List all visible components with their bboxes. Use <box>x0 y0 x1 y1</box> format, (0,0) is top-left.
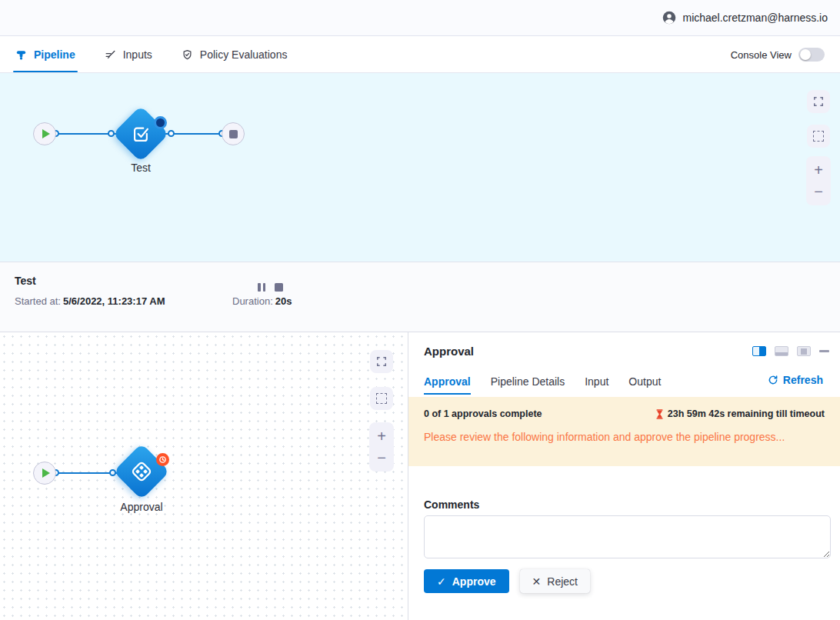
execution-tabbar: Pipeline Inputs Policy Evaluations Conso… <box>0 37 840 73</box>
fit-to-screen-button[interactable] <box>370 387 393 410</box>
panel-layout-controls <box>752 346 829 356</box>
tab-pipeline-label: Pipeline <box>34 48 75 61</box>
panel-tab-output[interactable]: Output <box>628 375 661 395</box>
fullscreen-icon <box>376 356 387 367</box>
comments-label: Comments <box>424 498 479 511</box>
comments-input[interactable] <box>424 515 831 558</box>
step-node-approval[interactable] <box>113 443 170 500</box>
duration: Duration:20s <box>232 295 292 307</box>
timeout-remaining-text: 23h 59m 42s remaining till timeout <box>668 408 825 419</box>
play-icon <box>42 468 50 478</box>
reject-button-label: Reject <box>547 575 578 588</box>
stage-node-test[interactable] <box>112 105 169 162</box>
edge-endpoint <box>168 130 175 137</box>
duration-label: Duration: <box>232 295 273 307</box>
tab-pipeline[interactable]: Pipeline <box>15 37 75 72</box>
edge-endpoint <box>109 469 116 476</box>
execution-controls <box>258 283 283 292</box>
clock-icon <box>158 455 167 464</box>
console-view-control: Console View <box>731 48 825 62</box>
play-icon <box>42 129 50 138</box>
minimize-panel-button[interactable] <box>819 350 829 352</box>
panel-tab-pipeline-details[interactable]: Pipeline Details <box>491 375 565 395</box>
layout-bottom-view-button[interactable] <box>775 346 788 356</box>
layout-float-view-button[interactable] <box>797 346 811 356</box>
approval-actions: ✓ Approve ✕ Reject <box>424 569 590 593</box>
started-at-label: Started at: <box>15 295 61 307</box>
step-graph-canvas[interactable]: Approval + − <box>0 332 408 620</box>
x-icon: ✕ <box>532 576 542 587</box>
user-avatar-icon[interactable] <box>662 11 676 25</box>
tab-policy-evaluations[interactable]: Policy Evaluations <box>182 37 288 72</box>
tab-inputs-label: Inputs <box>123 48 152 61</box>
pipeline-icon <box>15 49 27 61</box>
top-user-bar: michael.cretzman@harness.io <box>0 0 840 36</box>
timeout-remaining: 23h 59m 42s remaining till timeout <box>655 408 825 419</box>
start-node[interactable] <box>33 462 56 485</box>
refresh-label: Refresh <box>783 374 823 386</box>
harness-pipeline-execution-page: michael.cretzman@harness.io Pipeline Inp… <box>0 0 840 620</box>
edge-endpoint <box>108 130 115 137</box>
shield-check-icon <box>182 49 193 61</box>
zoom-in-button[interactable]: + <box>377 428 386 444</box>
start-node[interactable] <box>33 122 56 145</box>
stop-icon <box>229 130 238 138</box>
user-email[interactable]: michael.cretzman@harness.io <box>682 12 828 24</box>
started-at-value: 5/6/2022, 11:23:17 AM <box>63 295 165 307</box>
refresh-icon <box>768 375 778 385</box>
waiting-timer-badge <box>156 453 169 466</box>
started-at: Started at:5/6/2022, 11:23:17 AM <box>15 295 165 307</box>
stage-status-badge <box>154 116 167 129</box>
approval-message: Please review the following information … <box>424 431 785 443</box>
panel-tab-approval[interactable]: Approval <box>424 375 471 395</box>
zoom-controls: + − <box>369 422 394 472</box>
abort-button[interactable] <box>275 283 283 292</box>
tab-policy-evaluations-label: Policy Evaluations <box>200 48 288 61</box>
layout-right-view-button[interactable] <box>752 346 766 356</box>
check-icon: ✓ <box>437 576 446 587</box>
refresh-button[interactable]: Refresh <box>768 374 823 386</box>
approvals-progress: 0 of 1 approvals complete <box>424 408 542 419</box>
toggle-knob <box>800 49 811 60</box>
stage-name: Test <box>15 275 36 287</box>
approval-warning-banner: 0 of 1 approvals complete 23h 59m 42s re… <box>408 397 840 466</box>
execution-status-bar: Test Started at:5/6/2022, 11:23:17 AM Du… <box>0 262 840 332</box>
console-view-toggle[interactable] <box>798 48 825 62</box>
stage-node-label: Test <box>115 162 167 174</box>
step-node-label: Approval <box>115 501 168 513</box>
tab-inputs[interactable]: Inputs <box>105 37 152 72</box>
panel-tabs: Approval Pipeline Details Input Output <box>424 375 681 395</box>
fullscreen-button[interactable] <box>807 90 830 113</box>
fit-to-screen-button[interactable] <box>807 125 830 148</box>
zoom-out-button[interactable]: − <box>377 450 386 465</box>
fullscreen-icon <box>813 96 824 107</box>
end-node[interactable] <box>222 122 245 145</box>
step-details-panel: Approval Approval Pipeline Details Input… <box>408 332 840 620</box>
panel-title: Approval <box>424 345 474 358</box>
inputs-icon <box>105 49 116 61</box>
console-view-label: Console View <box>731 49 792 61</box>
hourglass-icon <box>655 409 664 419</box>
panel-tab-input[interactable]: Input <box>585 375 608 395</box>
stage-graph-canvas[interactable]: Test + − <box>0 73 840 262</box>
zoom-in-button[interactable]: + <box>814 162 823 178</box>
reject-button[interactable]: ✕ Reject <box>520 569 590 593</box>
zoom-out-button[interactable]: − <box>814 184 823 199</box>
approve-button[interactable]: ✓ Approve <box>424 569 509 593</box>
fullscreen-button[interactable] <box>370 350 393 373</box>
fit-selection-icon <box>813 131 824 142</box>
duration-value: 20s <box>275 295 292 307</box>
zoom-controls: + − <box>806 156 831 205</box>
pause-button[interactable] <box>258 283 265 292</box>
approve-button-label: Approve <box>452 575 496 588</box>
fit-selection-icon <box>376 393 387 404</box>
